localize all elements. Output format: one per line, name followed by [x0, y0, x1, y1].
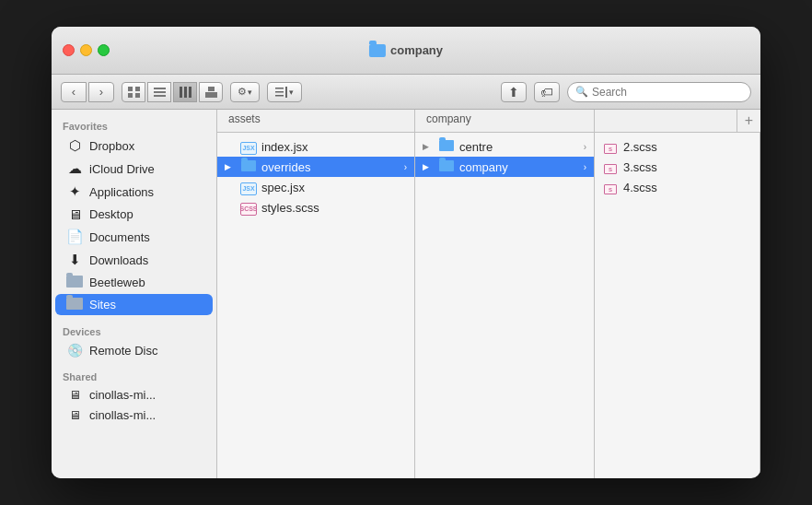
svg-rect-0	[128, 87, 133, 91]
sidebar-item-desktop[interactable]: 🖥 Desktop	[55, 204, 213, 225]
svg-rect-2	[128, 93, 133, 98]
sidebar-item-label: Dropbox	[89, 139, 134, 153]
sidebar-item-applications[interactable]: ✦ Applications	[55, 181, 213, 203]
svg-rect-9	[189, 87, 191, 98]
svg-rect-7	[180, 87, 182, 98]
search-box[interactable]: 🔍	[567, 82, 751, 102]
devices-section-title: Devices	[52, 323, 216, 339]
empty-column-header	[595, 110, 737, 132]
sidebar-item-documents[interactable]: 📄 Documents	[55, 226, 213, 248]
arrange-chevron-icon: ▾	[289, 88, 294, 97]
svg-rect-6	[154, 95, 166, 97]
tag-button[interactable]: 🏷	[534, 82, 560, 102]
applications-icon: ✦	[66, 183, 83, 200]
window-title: company	[390, 43, 443, 57]
svg-rect-10	[205, 92, 217, 98]
files-column: S 2.scss S 3.scss	[595, 133, 760, 478]
monitor-icon-2: 🖥	[66, 408, 83, 422]
window-title-area: company	[369, 43, 443, 57]
file-name: centre	[459, 140, 493, 154]
action-chevron-icon: ▾	[248, 88, 252, 97]
file-name: spec.jsx	[261, 181, 305, 194]
sidebar-item-cinollas1[interactable]: 🖥 cinollas-mi...	[55, 385, 213, 405]
sites-folder-icon	[66, 297, 83, 312]
sidebar-item-label: Documents	[89, 230, 150, 244]
folder-file-icon	[438, 139, 455, 154]
forward-button[interactable]: ›	[88, 82, 114, 102]
share-button[interactable]: ⬆	[501, 82, 527, 102]
svg-rect-12	[275, 88, 284, 89]
chevron-right-icon: ›	[584, 142, 586, 152]
sidebar-item-label: cinollas-mi...	[89, 388, 156, 402]
add-column-button[interactable]: +	[737, 110, 760, 132]
action-button[interactable]: ⚙ ▾	[230, 82, 260, 102]
folder-file-icon	[240, 159, 257, 174]
folder-file-icon	[438, 159, 455, 174]
svg-rect-1	[135, 87, 140, 91]
search-input[interactable]	[592, 86, 743, 99]
file-row[interactable]: ▶ company ›	[415, 157, 594, 177]
sidebar-item-icloud[interactable]: ☁ iCloud Drive	[55, 158, 213, 180]
svg-rect-13	[275, 91, 284, 93]
title-folder-icon	[369, 44, 386, 57]
back-button[interactable]: ‹	[61, 82, 87, 102]
columns-container: JSX index.jsx ▶ overrides	[217, 133, 760, 478]
column-view-button[interactable]	[173, 82, 197, 102]
scss-sm-icon: S	[602, 139, 619, 155]
maximize-button[interactable]	[98, 44, 110, 56]
assets-column: JSX index.jsx ▶ overrides	[217, 133, 415, 478]
search-icon: 🔍	[575, 86, 588, 98]
sidebar-item-label: Beetleweb	[89, 276, 145, 289]
sidebar-item-sites[interactable]: Sites	[55, 294, 213, 315]
sidebar-item-beetleweb[interactable]: Beetleweb	[55, 272, 213, 293]
file-name: overrides	[261, 160, 310, 174]
main-content: Favorites ⬡ Dropbox ☁ iCloud Drive ✦ App…	[52, 110, 760, 478]
view-controls	[122, 82, 223, 102]
beetleweb-folder-icon	[66, 275, 83, 290]
expand-arrow: ▶	[423, 162, 434, 171]
cloud-icon: ☁	[66, 160, 83, 177]
chevron-right-icon: ›	[404, 162, 407, 172]
file-name: styles.scss	[261, 201, 319, 215]
svg-rect-14	[275, 95, 284, 97]
file-row[interactable]: S 2.scss	[595, 136, 760, 157]
sidebar-item-label: Remote Disc	[89, 344, 157, 358]
favorites-section-title: Favorites	[52, 117, 216, 134]
file-row[interactable]: JSX index.jsx	[217, 136, 414, 157]
monitor-icon-1: 🖥	[66, 388, 83, 402]
file-name: index.jsx	[261, 140, 308, 154]
share-icon: ⬆	[508, 85, 519, 100]
svg-rect-3	[135, 93, 140, 98]
scss-sm-icon: S	[602, 180, 619, 195]
sidebar-item-label: Downloads	[89, 253, 148, 267]
shared-section-title: Shared	[52, 368, 216, 384]
gear-icon: ⚙	[238, 86, 247, 98]
sidebar-item-dropbox[interactable]: ⬡ Dropbox	[55, 135, 213, 157]
scss-file-icon: SCSS	[240, 199, 257, 216]
file-row[interactable]: ▶ centre ›	[415, 136, 594, 157]
file-row[interactable]: JSX spec.jsx	[217, 177, 414, 197]
label-icon: 🏷	[540, 85, 553, 100]
sidebar-item-cinollas2[interactable]: 🖥 cinollas-mi...	[55, 405, 213, 425]
file-row[interactable]: ▶ overrides ›	[217, 157, 414, 177]
sidebar-item-remote-disc[interactable]: 💿 Remote Disc	[55, 340, 213, 360]
file-row[interactable]: S 4.scss	[595, 177, 760, 197]
file-row[interactable]: S 3.scss	[595, 157, 760, 177]
arrange-button[interactable]: ▾	[267, 82, 302, 102]
downloads-icon: ⬇	[66, 252, 83, 268]
sidebar-item-label: Desktop	[89, 207, 133, 221]
file-row[interactable]: SCSS styles.scss	[217, 197, 414, 217]
close-button[interactable]	[63, 44, 75, 56]
icon-view-button[interactable]	[122, 82, 145, 102]
nav-buttons: ‹ ›	[61, 82, 114, 102]
sidebar: Favorites ⬡ Dropbox ☁ iCloud Drive ✦ App…	[52, 110, 217, 478]
scss-sm-icon: S	[602, 159, 619, 175]
file-name: 3.scss	[623, 160, 657, 174]
sidebar-item-downloads[interactable]: ⬇ Downloads	[55, 249, 213, 271]
list-view-button[interactable]	[147, 82, 171, 102]
company-column: ▶ centre › ▶	[415, 133, 595, 478]
dropbox-icon: ⬡	[66, 137, 83, 154]
expand-arrow: ▶	[423, 142, 434, 151]
minimize-button[interactable]	[80, 44, 92, 56]
cover-flow-button[interactable]	[199, 82, 223, 102]
